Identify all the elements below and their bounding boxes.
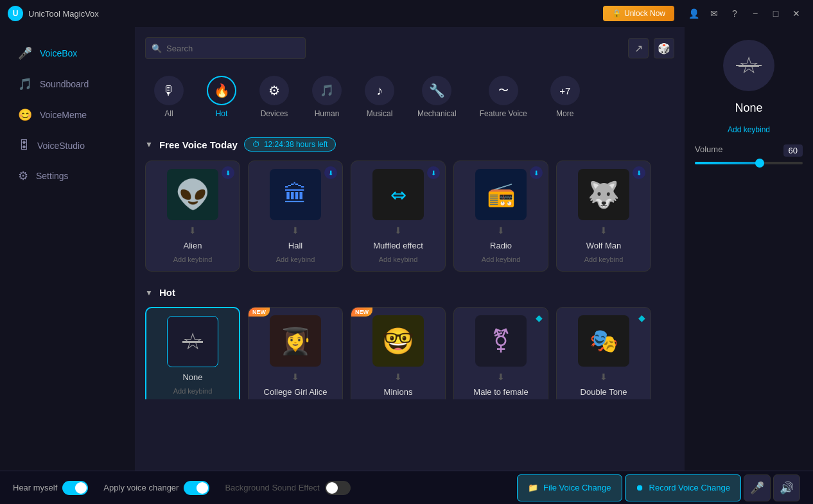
hot-section-header: ▼ Hot [145,287,674,298]
record-voice-icon: ⏺ [636,483,644,492]
doubletone-image: 🎭 [578,315,629,367]
apply-changer-label: Apply voice changer [103,483,179,492]
cat-devices[interactable]: ⚙ Devices [250,69,298,125]
none-image: ☆ [167,316,218,367]
volume-slider[interactable] [695,162,803,164]
cat-devices-icon: ⚙ [259,76,289,105]
cat-more-label: More [556,109,573,118]
cat-all[interactable]: 🎙 All [145,69,193,125]
voice-card-radio[interactable]: ⬇ 📻 ⬇ Radio Add keybind [453,161,548,272]
bg-sound-label: Background Sound Effect [225,483,319,492]
sidebar-item-voicebox[interactable]: 🎤 VoiceBox [5,39,130,68]
free-voice-section-header: ▼ Free Voice Today ⏱ 12:24:38 hours left [145,137,674,152]
wolfman-keybind[interactable]: Add keybind [584,256,624,263]
voice-card-doubletone[interactable]: ◆ 🎭 ⬇ Double Tone Add keybind [556,307,651,399]
cat-hot-icon: 🔥 [207,76,236,105]
sidebar-label-settings: Settings [36,171,69,181]
record-voice-button[interactable]: ⏺ Record Voice Change [625,474,741,501]
voice-card-muffled[interactable]: ⬇ ⇔ ⬇ Muffled effect Add keybind [351,161,446,272]
voice-card-alien[interactable]: ⬇ 👽 ⬇ Alien Add keybind [145,161,240,272]
voicestudio-icon: 🎛 [18,139,30,152]
male2f-download: ⬇ [497,372,505,382]
sidebar-item-settings[interactable]: ⚙ Settings [5,161,130,191]
cat-musical-icon: ♪ [365,76,394,105]
minimize-button[interactable]: − [746,4,764,22]
voice-card-hall[interactable]: ⬇ 🏛 ⬇ Hall Add keybind [248,161,343,272]
hall-name: Hall [288,241,302,250]
voice-card-minions[interactable]: NEW 🤓 ⬇ Minions Add keybind [351,307,446,399]
minions-badge-new: NEW [351,308,372,317]
cat-all-label: All [164,109,173,118]
alien-keybind[interactable]: Add keybind [173,256,213,263]
radio-pin: ⬇ [530,166,543,179]
voice-card-none[interactable]: ☆ None Add keybind [145,307,240,399]
hall-image: 🏛 [270,169,321,220]
cube-button[interactable]: 🎲 [654,38,674,58]
window-controls: 👤 ✉ ? − □ ✕ [685,4,805,22]
search-input[interactable] [145,37,306,59]
unlock-button[interactable]: 🔒 Unlock Now [603,6,674,21]
voice-card-wolfman[interactable]: ⬇ 🐺 ⬇ Wolf Man Add keybind [556,161,651,272]
voice-card-male2f[interactable]: ◆ ⚧ ⬇ Male to female Add keybind [453,307,548,399]
cat-feature-icon: 〜 [489,76,518,105]
college-download: ⬇ [292,372,299,382]
bg-sound-toggle[interactable] [325,481,351,495]
export-button[interactable]: ↗ [628,38,649,58]
app-logo: U [8,6,23,21]
help-button[interactable]: ? [726,4,744,22]
sidebar-item-voicestudio[interactable]: 🎛 VoiceStudio [5,131,130,160]
hear-myself-toggle[interactable] [62,481,88,495]
hall-download: ⬇ [292,225,299,236]
muffled-keybind[interactable]: Add keybind [379,256,418,263]
cat-human-icon: 🎵 [312,76,342,105]
free-voice-toggle[interactable]: ▼ [145,140,153,149]
volume-section: Volume 60 [695,144,803,164]
volume-thumb[interactable] [755,159,764,168]
free-voice-cards: ⬇ 👽 ⬇ Alien Add keybind ⬇ 🏛 ⬇ Hall Add k… [145,161,674,272]
radio-download: ⬇ [497,225,505,236]
free-voice-title: Free Voice Today [159,139,238,150]
user-button[interactable]: 👤 [685,4,703,22]
close-button[interactable]: ✕ [787,4,805,22]
search-bar: 🔍 ↗ 🎲 [145,37,674,59]
muffled-pin: ⬇ [427,166,440,179]
cat-feature-voice[interactable]: 〜 Feature Voice [471,69,536,125]
none-keybind[interactable]: Add keybind [173,387,213,395]
voice-card-college[interactable]: NEW 👩‍🎓 ⬇ College Girl Alice Add keybind [248,307,343,399]
volume-label-row: Volume 60 [695,144,803,157]
hall-keybind[interactable]: Add keybind [276,256,315,263]
muffled-download: ⬇ [394,225,402,236]
cat-hot[interactable]: 🔥 Hot [198,69,245,125]
hot-toggle[interactable]: ▼ [145,288,153,297]
maximize-button[interactable]: □ [767,4,785,22]
apply-changer-thumb [197,482,208,494]
sidebar-label-soundboard: Soundboard [40,79,89,89]
add-keybind-button[interactable]: Add keybind [728,125,770,134]
cat-mechanical[interactable]: 🔧 Mechanical [408,69,466,125]
hot-cards: ☆ None Add keybind NEW 👩‍🎓 ⬇ College Gir… [145,307,674,399]
sidebar-label-voicestudio: VoiceStudio [37,141,85,151]
hear-myself-group: Hear myself [13,481,88,495]
cat-musical[interactable]: ♪ Musical [356,69,403,125]
apply-changer-toggle[interactable] [184,481,209,495]
mail-button[interactable]: ✉ [705,4,723,22]
radio-keybind[interactable]: Add keybind [482,256,521,263]
speaker-button[interactable]: 🔊 [773,474,800,501]
cat-more[interactable]: +7 More [541,69,589,125]
sidebar-item-voicememe[interactable]: 😊 VoiceMeme [5,100,130,130]
hear-myself-label: Hear myself [13,483,57,492]
mic-button[interactable]: 🎤 [744,474,771,501]
muffled-image: ⇔ [372,169,424,220]
wolfman-pin: ⬇ [633,166,645,179]
selected-voice-name: None [735,101,762,115]
apply-changer-group: Apply voice changer [103,481,209,495]
male2f-name: Male to female [473,387,528,397]
file-voice-button[interactable]: 📁 File Voice Change [517,474,622,501]
volume-fill [695,162,760,164]
cat-human[interactable]: 🎵 Human [303,69,351,125]
college-name: College Girl Alice [264,387,328,397]
cat-musical-label: Musical [367,109,393,118]
college-image: 👩‍🎓 [270,315,321,367]
sidebar-item-soundboard[interactable]: 🎵 Soundboard [5,69,130,99]
male2f-diamond: ◆ [536,313,543,323]
